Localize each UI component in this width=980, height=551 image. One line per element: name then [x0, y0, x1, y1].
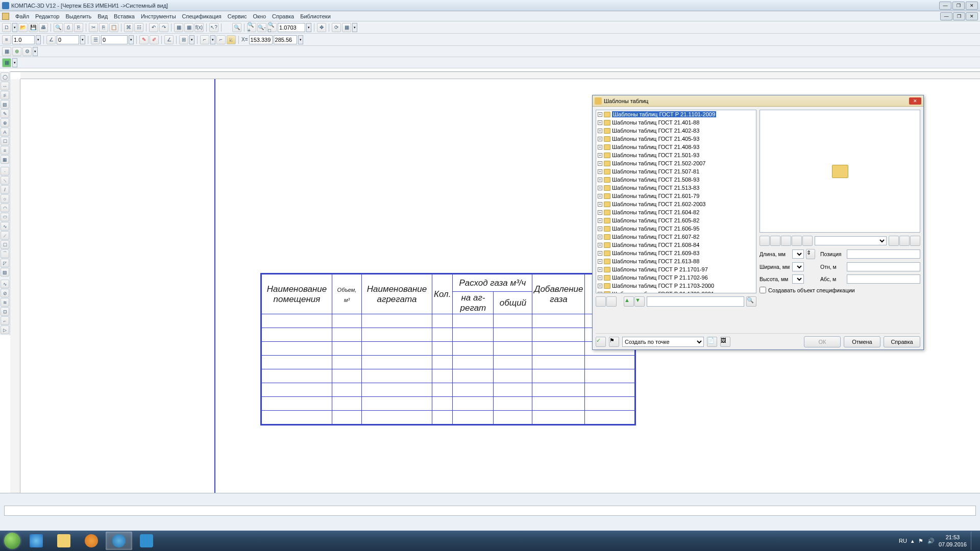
menu-tools[interactable]: Инструменты — [138, 12, 179, 20]
style-a[interactable]: ✎ — [139, 35, 149, 44]
preview-button[interactable]: 🔍 — [54, 23, 63, 32]
coord-drop[interactable]: ▾ — [298, 35, 303, 44]
menu-spec[interactable]: Спецификация — [179, 12, 225, 20]
tree-down[interactable]: ▼ — [634, 296, 645, 307]
menu-select[interactable]: Выделить — [62, 12, 94, 20]
tool-dim[interactable]: ↔ — [1, 82, 9, 90]
clock[interactable]: 21:53 07.09.2016 — [939, 534, 967, 548]
tool-arc[interactable]: ◠ — [1, 204, 9, 212]
tree-item[interactable]: +Шаблоны таблиц ГОСТ Р 21.1101-2009 — [596, 110, 756, 118]
layer-input[interactable] — [101, 35, 128, 44]
options-button[interactable]: ⚑ — [609, 337, 619, 347]
paste-button[interactable]: 📋 — [109, 23, 118, 32]
height-input[interactable] — [792, 274, 804, 284]
tool-x2[interactable]: ▷ — [1, 325, 9, 334]
ortho-drop[interactable]: ▾ — [210, 35, 215, 44]
drawing-table[interactable]: Наименование помещения Объем,м³ Наименов… — [260, 273, 636, 425]
cancel-button[interactable]: Отмена — [844, 336, 880, 347]
tree-up[interactable]: ▲ — [624, 296, 634, 307]
tree-item[interactable]: +Шаблоны таблиц ГОСТ 21.613-88 — [596, 257, 756, 265]
lineweight-input[interactable] — [12, 35, 35, 44]
tool-hatch2[interactable]: ▨ — [1, 268, 9, 277]
properties-button[interactable]: ☷ — [134, 23, 143, 32]
tb4-a[interactable]: ▦ — [2, 58, 11, 67]
task-wmp[interactable] — [78, 532, 105, 550]
rel-input[interactable] — [847, 262, 920, 271]
layer-icon[interactable]: ☰ — [91, 35, 100, 44]
vm1[interactable] — [760, 236, 770, 246]
tool-measure[interactable]: A — [1, 128, 9, 136]
tree-item[interactable]: +Шаблоны таблиц ГОСТ 21.601-79 — [596, 192, 756, 200]
ok-button[interactable]: ОК — [804, 336, 841, 347]
tool-geometry[interactable]: ◯ — [1, 72, 9, 81]
start-button[interactable] — [2, 532, 22, 550]
menu-edit[interactable]: Редактор — [32, 12, 62, 20]
lineweight-drop[interactable]: ▾ — [36, 35, 41, 44]
show-desktop[interactable] — [971, 532, 975, 550]
snap-toggle[interactable]: ⟀ — [227, 35, 236, 44]
vm7[interactable] — [899, 236, 910, 246]
search-button[interactable]: 🔍 — [746, 296, 756, 307]
tree-item[interactable]: +Шаблоны таблиц ГОСТ 21.602-2003 — [596, 200, 756, 208]
tool-text[interactable]: ꠵ — [1, 91, 9, 99]
tree-item[interactable]: +Шаблоны таблиц ГОСТ Р 21.1701-97 — [596, 265, 756, 273]
lineweight-icon[interactable]: ≡ — [2, 35, 11, 44]
vm8[interactable] — [910, 236, 920, 246]
abs-input[interactable] — [847, 274, 920, 284]
tool-chamfer[interactable]: ◸ — [1, 259, 9, 267]
tool-spec[interactable]: ≡ — [1, 146, 9, 155]
tree-item[interactable]: +Шаблоны таблиц ГОСТ 21.502-2007 — [596, 159, 756, 167]
zoom-input[interactable] — [278, 23, 305, 32]
tray-flag-icon[interactable]: ⚑ — [918, 538, 923, 544]
img-button[interactable]: 🖼 — [720, 337, 730, 347]
tree-item[interactable]: +Шаблоны таблиц ГОСТ 21.608-84 — [596, 241, 756, 249]
task-teamviewer[interactable] — [133, 532, 160, 550]
tb-d[interactable]: ▦ — [174, 23, 183, 32]
task-ie[interactable] — [23, 532, 50, 550]
tb3-c[interactable]: ⚙ — [22, 47, 32, 56]
angle-input[interactable] — [57, 35, 79, 44]
tb-a[interactable]: ⎙ — [64, 23, 73, 32]
vm2[interactable] — [770, 236, 780, 246]
mdi-restore[interactable]: ❐ — [953, 12, 965, 20]
tool-point[interactable]: · — [1, 167, 9, 176]
pdf-button[interactable]: 📄 — [707, 337, 717, 347]
tool-spline[interactable]: ∿ — [1, 222, 9, 231]
zoom-dropdown[interactable]: ▾ — [306, 23, 311, 32]
print-button[interactable]: 🖶 — [39, 23, 48, 32]
tool-edit[interactable]: ✎ — [1, 109, 9, 118]
tool-views[interactable]: ▦ — [1, 155, 9, 164]
tool-x1[interactable]: ⌐ — [1, 316, 9, 325]
snap-a[interactable]: ∠ — [164, 35, 174, 44]
link-toggle[interactable]: ⇕ — [806, 249, 815, 259]
help-button[interactable]: Справка — [884, 336, 920, 347]
vm5[interactable] — [802, 236, 813, 246]
new-button[interactable]: 🗋 — [2, 23, 11, 32]
create-spec-checkbox[interactable] — [760, 287, 766, 293]
tree-btn-2[interactable] — [606, 296, 617, 307]
tree-item[interactable]: +Шаблоны таблиц ГОСТ 21.513-83 — [596, 184, 756, 192]
angle-icon[interactable]: ∠ — [46, 35, 56, 44]
width-input[interactable] — [792, 262, 804, 271]
tree-item[interactable]: +Шаблоны таблиц ГОСТ Р 21.1702-96 — [596, 273, 756, 282]
tree-item[interactable]: +Шаблоны таблиц ГОСТ 21.609-83 — [596, 249, 756, 257]
tree-item[interactable]: +Шаблоны таблиц ГОСТ 21.607-82 — [596, 233, 756, 241]
menu-insert[interactable]: Вставка — [111, 12, 138, 20]
tool-break[interactable]: ⊘ — [1, 289, 9, 297]
redo-button[interactable]: ↷ — [159, 23, 168, 32]
layer-drop[interactable]: ▾ — [129, 35, 134, 44]
tool-polyline[interactable]: ⟋ — [1, 231, 9, 240]
tree-btn-1[interactable] — [596, 296, 606, 307]
pan-button[interactable]: ✥ — [317, 23, 326, 32]
tool-collect[interactable]: ⊡ — [1, 307, 9, 316]
zoom-fit-button[interactable]: 🔍□ — [267, 23, 277, 32]
tray-show-hidden[interactable]: ▴ — [911, 538, 914, 544]
menu-service[interactable]: Сервис — [225, 12, 250, 20]
tool-aux[interactable]: ⟍ — [1, 176, 9, 185]
lang-indicator[interactable]: RU — [899, 538, 907, 544]
zoom-window-button[interactable]: 🔍 — [232, 23, 241, 32]
close-button[interactable]: ✕ — [966, 2, 978, 10]
apply-button[interactable]: ✓ — [596, 337, 606, 347]
tb3-drop[interactable]: ▾ — [33, 47, 38, 56]
tool-curve[interactable]: ∿ — [1, 280, 9, 288]
